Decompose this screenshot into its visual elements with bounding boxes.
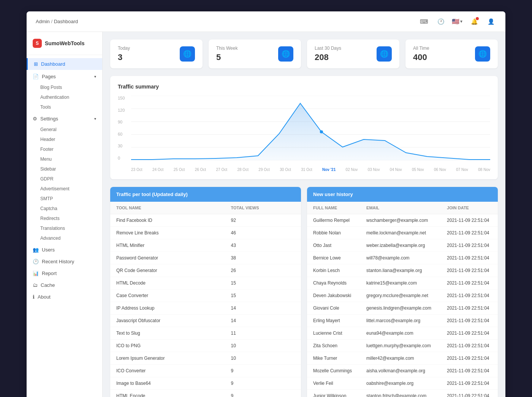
clock-icon[interactable]: 🕐: [435, 16, 446, 27]
stat-label-0: Today: [118, 46, 130, 51]
user-name: Robbie Nolan: [307, 227, 360, 239]
tool-name: Javascript Obfuscator: [110, 315, 225, 327]
table-row: Remove Line Breaks46: [110, 227, 301, 239]
keyboard-icon[interactable]: ⌨: [419, 16, 429, 27]
sidebar-item-menu[interactable]: Menu: [34, 154, 102, 164]
stat-value-3: 400: [413, 52, 429, 62]
sidebar-logo: S SumoWebTools: [27, 32, 102, 55]
sidebar-item-sidebar[interactable]: Sidebar: [34, 164, 102, 174]
flag-icon[interactable]: 🇺🇸 ▼: [452, 16, 463, 27]
sidebar-item-header[interactable]: Header: [34, 134, 102, 144]
sidebar-item-advertisement[interactable]: Advertisement: [34, 184, 102, 194]
user-table: FULL NAME EMAIL JOIN DATE Guillermo Remp…: [307, 202, 498, 397]
user-date: 2021-11-09 22:51:04: [441, 277, 498, 289]
user-icon[interactable]: 👤: [486, 16, 496, 27]
sidebar-item-cache[interactable]: 🗂 Cache: [27, 279, 102, 291]
user-email: littel.marcos@example.org: [360, 315, 441, 327]
table-row: Deven Jakubowskigregory.mcclure@example.…: [307, 289, 498, 302]
stat-icon-0: 🌐: [180, 46, 195, 62]
chart-x-label: 23 Oct: [131, 168, 142, 172]
sidebar-item-recent-history[interactable]: 🕐 Recent History: [27, 256, 102, 267]
sidebar-item-general[interactable]: General: [34, 125, 102, 134]
stat-icon-2: 🌐: [377, 46, 392, 62]
stat-label-2: Last 30 Days: [315, 46, 341, 51]
table-row: Mozelle Cummingsaisha.volkman@example.or…: [307, 365, 498, 377]
header-actions: ⌨ 🕐 🇺🇸 ▼ 🔔 👤: [419, 16, 496, 27]
user-email: wschamberger@example.com: [360, 214, 441, 227]
user-date: 2021-11-09 22:51:04: [441, 327, 498, 340]
table-row: QR Code Generator26: [110, 264, 301, 277]
table-row: Erling Mayertlittel.marcos@example.org20…: [307, 315, 498, 327]
sidebar-item-users[interactable]: 👥 Users: [27, 244, 102, 256]
breadcrumb: Admin / Dashboard: [36, 19, 78, 24]
table-row: Verlie Feiloabshire@example.org2021-11-0…: [307, 377, 498, 390]
chart-x-label: 26 Oct: [195, 168, 206, 172]
user-email: katrine15@example.com: [360, 277, 441, 289]
stat-value-1: 5: [216, 52, 238, 62]
stat-value-0: 3: [118, 52, 130, 62]
chart-y-label: 30: [118, 144, 129, 148]
table-row: Lucienne Cristeuna94@example.com2021-11-…: [307, 327, 498, 340]
chart-x-label: 25 Oct: [174, 168, 185, 172]
user-date: 2021-11-09 22:51:04: [441, 365, 498, 377]
table-row: ICO to PNG10: [110, 340, 301, 352]
user-email: luettgen.murphy@example.com: [360, 340, 441, 352]
sidebar-item-pages[interactable]: 📄 Pages ▾: [27, 71, 102, 82]
col-full-name: FULL NAME: [307, 202, 360, 214]
sidebar-item-gdpr[interactable]: GDPR: [34, 174, 102, 184]
sidebar-item-report[interactable]: 📊 Report: [27, 267, 102, 279]
user-email: stanton.liana@example.org: [360, 264, 441, 277]
sidebar-item-translations[interactable]: Translations: [34, 223, 102, 233]
sidebar-item-smtp[interactable]: SMTP: [34, 194, 102, 204]
tool-views: 43: [225, 239, 301, 252]
sidebar-item-about[interactable]: ℹ About: [27, 291, 102, 303]
table-row: Find Facebook ID92: [110, 214, 301, 227]
col-total-views: TOTAL VIEWS: [225, 202, 301, 214]
traffic-panel-header: Traffic per tool (Updated daily): [110, 187, 301, 202]
table-row: HTML Minifier43: [110, 239, 301, 252]
sidebar-item-blog-posts[interactable]: Blog Posts: [34, 82, 102, 92]
stat-card-1: This Week 5 🌐: [209, 40, 301, 68]
sidebar-item-tools[interactable]: Tools: [34, 102, 102, 112]
user-name: Bernice Lowe: [307, 252, 360, 264]
chart-y-label: 150: [118, 96, 129, 100]
sidebar-recent-history-label: Recent History: [42, 259, 74, 264]
breadcrumb-current: Dashboard: [54, 19, 78, 24]
user-date: 2021-11-09 22:51:04: [441, 352, 498, 365]
sidebar-dashboard-label: Dashboard: [41, 61, 65, 67]
chart-x-labels: 23 Oct24 Oct25 Oct26 Oct27 Oct28 Oct29 O…: [131, 168, 490, 172]
user-name: Chaya Reynolds: [307, 277, 360, 289]
user-date: 2021-11-09 22:51:04: [441, 239, 498, 252]
sidebar-item-dashboard[interactable]: ⊞ Dashboard: [27, 58, 102, 70]
table-row: Junior Wilkinsonstanton.fritsch@example.…: [307, 390, 498, 397]
table-row: Giovani Colegenesis.lindgren@example.com…: [307, 302, 498, 315]
notification-icon[interactable]: 🔔: [469, 16, 480, 27]
sidebar-cache-label: Cache: [41, 282, 55, 288]
sidebar-item-redirects[interactable]: Redirects: [34, 214, 102, 223]
sidebar-item-footer[interactable]: Footer: [34, 144, 102, 154]
main-content: Today 3 🌐 This Week 5 🌐 Last 30 Days 208…: [103, 32, 505, 397]
stat-card-2: Last 30 Days 208 🌐: [307, 40, 399, 68]
sidebar-item-captcha[interactable]: Captcha: [34, 204, 102, 214]
user-email: will78@example.com: [360, 252, 441, 264]
sidebar-users-label: Users: [42, 247, 55, 253]
sidebar-item-advanced[interactable]: Advanced: [34, 233, 102, 243]
chart-container: 0306090120150: [118, 96, 490, 172]
sidebar-item-settings[interactable]: ⚙ Settings ▾: [27, 113, 102, 125]
chart-x-label: 28 Oct: [237, 168, 248, 172]
chart-x-label: 07 Nov: [456, 168, 468, 172]
tool-views: 38: [225, 252, 301, 264]
table-row: Image to Base649: [110, 377, 301, 390]
chart-x-label: 03 Nov: [368, 168, 380, 172]
user-name: Guillermo Rempel: [307, 214, 360, 227]
notification-badge: [476, 17, 479, 20]
user-date: 2021-11-09 22:51:04: [441, 390, 498, 397]
sidebar-item-authentication[interactable]: Authentication: [34, 92, 102, 102]
chart-y-label: 90: [118, 120, 129, 124]
tool-views: 15: [225, 277, 301, 289]
sidebar-settings-label: Settings: [40, 116, 58, 122]
tool-views: 14: [225, 302, 301, 315]
table-row: Javascript Obfuscator14: [110, 315, 301, 327]
stat-value-2: 208: [315, 52, 341, 62]
svg-point-6: [320, 130, 323, 133]
